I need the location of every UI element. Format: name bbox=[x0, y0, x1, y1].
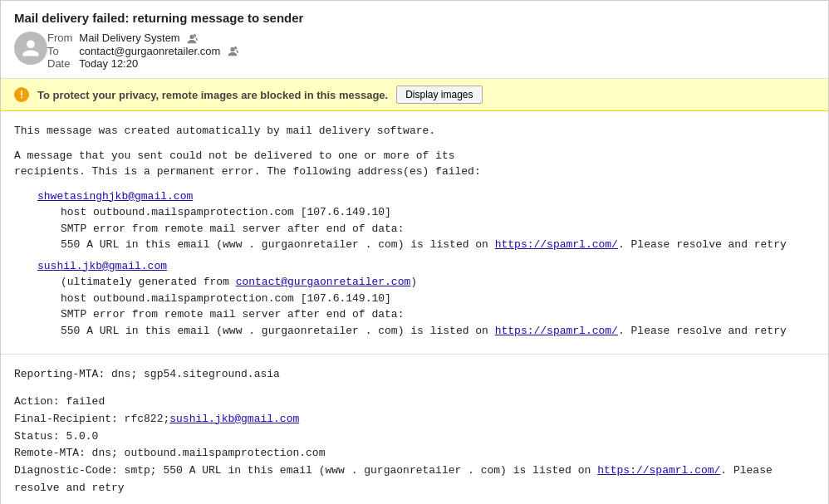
failed-address-1: shwetasinghjkb@gmail.com host outbound.m… bbox=[14, 188, 815, 253]
spamrl-link-1[interactable]: https://spamrl.com/ bbox=[495, 238, 618, 251]
failed-smtp-2: SMTP error from remote mail server after… bbox=[61, 306, 815, 323]
sender-avatar-cell bbox=[14, 32, 47, 65]
reporting-mta: Reporting-MTA: dns; sgp54.siteground.asi… bbox=[14, 366, 815, 384]
date-label: Date bbox=[47, 57, 79, 70]
failed-host-2: host outbound.mailspamprotection.com [10… bbox=[61, 291, 815, 307]
failed-550-1: 550 A URL in this email (www . gurgaonre… bbox=[61, 237, 815, 253]
failed-address-2: sushil.jkb@gmail.com (ultimately generat… bbox=[14, 258, 815, 340]
email-header: Mail delivery failed: returning message … bbox=[1, 1, 828, 79]
remote-mta-1: Remote-MTA: dns; outbound.mailspamprotec… bbox=[14, 445, 815, 462]
contact-link[interactable]: contact@gurgaonretailer.com bbox=[236, 276, 411, 288]
person-icon bbox=[21, 38, 41, 58]
failed-sub-1: (ultimately generated from contact@gurga… bbox=[61, 274, 815, 291]
to-group-icon bbox=[227, 46, 238, 57]
privacy-text: To protect your privacy, remote images a… bbox=[37, 89, 388, 101]
avatar bbox=[14, 32, 47, 65]
to-label: To bbox=[47, 45, 79, 58]
date-row: Date Today 12:20 bbox=[47, 57, 238, 70]
date-value: Today 12:20 bbox=[79, 57, 238, 70]
email-container: Mail delivery failed: returning message … bbox=[0, 0, 829, 504]
from-label: From bbox=[47, 32, 79, 45]
failed-550-2: 550 A URL in this email (www . gurgaonre… bbox=[61, 323, 815, 340]
from-row: From Mail Delivery System bbox=[47, 32, 238, 45]
from-value: Mail Delivery System bbox=[79, 32, 238, 45]
to-row: To contact@gurgaonretailer.com bbox=[47, 45, 238, 58]
body-para1: This message was created automatically b… bbox=[14, 123, 815, 139]
warning-icon: ! bbox=[14, 87, 29, 102]
reporting-section: Reporting-MTA: dns; sgp54.siteground.asi… bbox=[1, 355, 828, 504]
failed-email-link-2[interactable]: sushil.jkb@gmail.com bbox=[37, 260, 167, 272]
to-value: contact@gurgaonretailer.com bbox=[79, 45, 238, 58]
body-para2: A message that you sent could not be del… bbox=[14, 148, 815, 180]
email-body: This message was created automatically b… bbox=[1, 111, 828, 355]
failed-email-2: sushil.jkb@gmail.com bbox=[37, 258, 815, 275]
recipient-link-1[interactable]: sushil.jkb@gmail.com bbox=[169, 413, 299, 425]
final-recipient-1: Final-Recipient: rfc822;sushil.jkb@gmail… bbox=[14, 411, 815, 428]
status-1: Status: 5.0.0 bbox=[14, 428, 815, 446]
failed-smtp-1: SMTP error from remote mail server after… bbox=[61, 221, 815, 237]
failed-email-1: shwetasinghjkb@gmail.com bbox=[37, 188, 815, 205]
sender-group-icon bbox=[186, 33, 198, 45]
diagnostic-1: Diagnostic-Code: smtp; 550 A URL in this… bbox=[14, 462, 815, 497]
privacy-banner: ! To protect your privacy, remote images… bbox=[1, 79, 828, 111]
failed-host-1: host outbound.mailspamprotection.com [10… bbox=[61, 204, 815, 221]
display-images-button[interactable]: Display images bbox=[396, 86, 482, 104]
email-subject: Mail delivery failed: returning message … bbox=[14, 11, 815, 25]
failed-email-link-1[interactable]: shwetasinghjkb@gmail.com bbox=[37, 190, 193, 203]
action-1: Action: failed bbox=[14, 394, 815, 411]
spamrl-link-2[interactable]: https://spamrl.com/ bbox=[495, 325, 618, 337]
spamrl-link-3[interactable]: https://spamrl.com/ bbox=[597, 464, 720, 477]
email-meta: From Mail Delivery System To contact@gur… bbox=[47, 32, 238, 70]
reporting-block-1: Action: failed Final-Recipient: rfc822;s… bbox=[14, 394, 815, 497]
